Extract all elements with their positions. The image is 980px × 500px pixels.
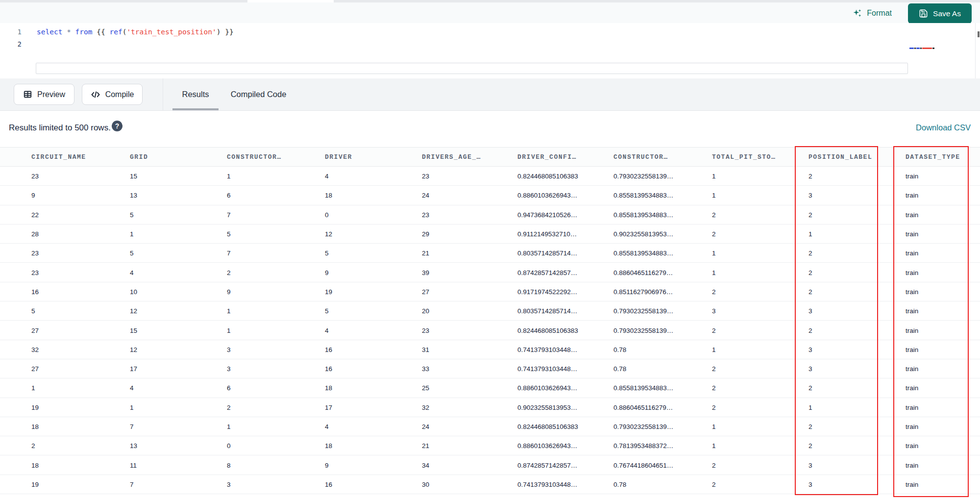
table-cell: 23 [422,173,429,180]
table-cell: 29 [422,230,429,238]
table-cell: 4 [325,173,329,180]
save-as-button-label: Save As [933,9,961,18]
table-cell: 1 [227,326,231,334]
table-cell: 0.8860103626943… [517,192,577,199]
table-cell: 28 [31,230,39,238]
table-cell: 6 [227,384,231,392]
table-cell: 1 [808,403,812,411]
ide-screen: Format Save As 1select * from {{ ref('tr… [0,0,980,500]
table-row: 14618250.8860103626943…0.8558139534883…2… [0,378,980,398]
action-bar: Preview Compile Results Compiled Code [0,78,980,111]
table-cell: 0.8035714285714… [517,307,577,315]
sql-editor[interactable]: 1select * from {{ ref('train_test_positi… [0,23,975,78]
tab-results[interactable]: Results [172,78,219,110]
table-row: 191217320.9023255813953…0.8860465116279…… [0,398,980,417]
table-row: 271514230.8244680851063830.7930232558139… [0,321,980,340]
code-icon [91,90,100,100]
table-cell: 5 [325,250,329,257]
format-button-label: Format [867,9,892,18]
table-cell: 3 [808,480,812,488]
table-cell: train [906,346,918,353]
table-cell: 2 [712,384,716,392]
table-cell: 0.7413793103448… [517,365,577,373]
table-cell: train [906,250,918,257]
tab-compiled-code[interactable]: Compiled Code [225,78,292,110]
table-cell: 18 [325,442,332,450]
table-cell: 0.9171974522292… [517,288,577,295]
table-row: 197316300.7413793103448…0.7823train [0,475,980,494]
table-cell: train [906,442,918,450]
code-line[interactable]: 2 [0,38,975,50]
table-cell: 1 [712,173,716,180]
table-cell: 34 [422,461,429,469]
table-cell: train [906,461,918,469]
table-cell: 5 [130,250,134,257]
table-cell: 4 [130,384,134,392]
table-cell: 0.8742857142857… [517,461,577,469]
table-cell: 3 [808,346,812,353]
header-cell: TOTAL_PIT_STO… [712,153,776,161]
table-cell: 16 [325,480,332,488]
code-line[interactable]: 1select * from {{ ref('train_test_positi… [0,25,975,38]
table-row: 23575210.8035714285714…0.8558139534883…1… [0,244,980,263]
table-cell: 23 [31,173,39,180]
editor-scrollbar-thumb[interactable] [978,31,980,37]
table-cell: 1 [712,192,716,199]
table-cell: 23 [422,211,429,218]
table-cell: 0.7413793103448… [517,346,577,353]
active-tab-underline [172,108,219,110]
header-cell: DRIVERS_AGE_… [422,153,481,161]
code-text: select * from {{ ref('train_test_positio… [22,28,234,36]
table-cell: train [906,480,918,488]
table-cell: 2 [808,384,812,392]
preview-button[interactable]: Preview [14,84,74,105]
table-cell: 31 [422,346,429,353]
table-cell: 3 [808,307,812,315]
table-cell: 0.9023255813953… [517,403,577,411]
table-cell: 21 [422,250,429,257]
save-as-button[interactable]: Save As [908,3,972,24]
table-cell: 0.8860103626943… [517,442,577,450]
table-cell: 2 [712,230,716,238]
table-cell: 2 [712,288,716,295]
table-cell: 9 [325,461,329,469]
table-cell: 22 [31,211,39,218]
table-cell: 9 [31,192,35,199]
line-number: 1 [0,28,22,36]
table-cell: 1 [808,230,812,238]
table-cell: 12 [130,346,137,353]
table-cell: 2 [808,211,812,218]
download-csv-link[interactable]: Download CSV [916,123,971,132]
table-cell: 12 [325,230,332,238]
editor-minimap[interactable] [909,48,974,77]
compile-button[interactable]: Compile [82,84,143,105]
table-header-row: CIRCUIT_NAMEGRIDCONSTRUCTOR…DRIVERDRIVER… [0,147,980,167]
table-cell: 0.8558139534883… [613,250,673,257]
format-button[interactable]: Format [853,7,892,20]
table-row: 231514230.8244680851063830.7930232558139… [0,167,980,186]
table-cell: 3 [227,346,231,353]
tab-results-label: Results [182,90,209,99]
table-cell: 24 [422,192,429,199]
table-row: 1610919270.9171974522292…0.8511627906976… [0,282,980,301]
table-cell: 23 [422,326,429,334]
header-cell: POSITION_LABEL [808,153,872,161]
table-cell: 0.7674418604651… [613,461,673,469]
table-cell: 24 [422,423,429,430]
table-cell: 2 [712,461,716,469]
table-cell: train [906,211,918,218]
help-icon[interactable]: ? [112,121,122,131]
table-cell: 0.7930232558139… [613,173,673,180]
table-cell: 1 [712,442,716,450]
table-cell: 33 [422,365,429,373]
table-body: 231514230.8244680851063830.7930232558139… [0,167,980,494]
editor-lines: 1select * from {{ ref('train_test_positi… [0,23,975,50]
table-cell: 3 [808,192,812,199]
table-cell: 5 [227,230,231,238]
table-cell: 23 [31,269,39,276]
table-cell: 20 [422,307,429,315]
table-cell: 3 [808,365,812,373]
table-cell: 0.9112149532710… [517,230,577,238]
save-icon [919,9,928,18]
table-cell: 0.9473684210526… [517,211,577,218]
